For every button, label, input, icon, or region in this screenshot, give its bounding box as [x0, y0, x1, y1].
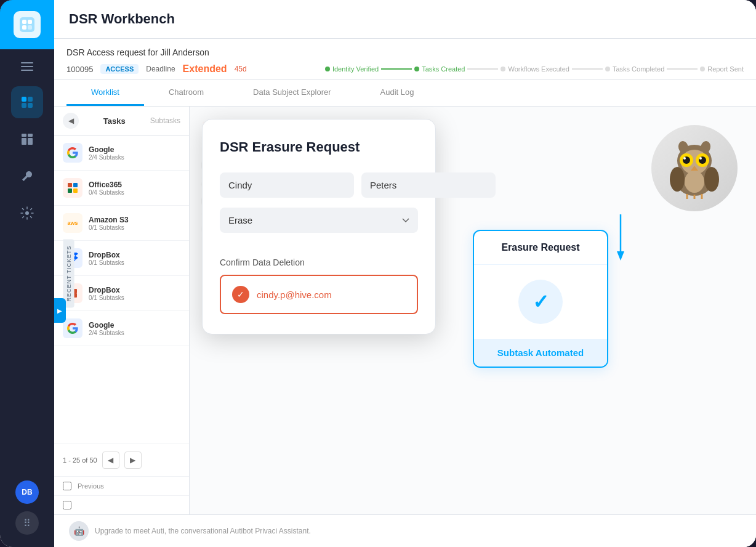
svg-point-16 [25, 211, 29, 215]
nav-item-settings[interactable] [11, 197, 43, 229]
more-options-button[interactable]: ⠿ [15, 511, 39, 535]
google2-logo [63, 318, 82, 338]
dsr-id: 100095 [66, 65, 93, 74]
sidebar: DB ⠿ [0, 0, 54, 547]
svg-rect-6 [21, 66, 33, 67]
task-item-google2[interactable]: Google 2/4 Subtasks [54, 311, 189, 346]
action-select[interactable]: Erase Restrict Delete [220, 208, 418, 233]
svg-rect-14 [22, 138, 26, 145]
access-badge: ACCESS [100, 64, 139, 74]
svg-rect-8 [22, 97, 26, 102]
step-label-3: Workflows Executed [508, 65, 569, 73]
svg-point-34 [683, 157, 686, 160]
svg-rect-7 [21, 70, 33, 71]
main-content: DSR Workbench DSR Access request for Jil… [54, 0, 756, 547]
svg-rect-3 [22, 25, 26, 30]
name-row [220, 172, 418, 198]
owl-svg [664, 137, 725, 199]
svg-rect-10 [22, 103, 26, 108]
expand-left-button[interactable]: ▶ [54, 298, 66, 323]
svg-rect-15 [28, 138, 33, 145]
step-sep-4 [667, 68, 698, 70]
down-arrow-connector [614, 214, 627, 266]
svg-rect-17 [68, 183, 72, 187]
task-item-google1[interactable]: Google 2/4 Subtasks [54, 136, 189, 171]
checkmark-icon: ✓ [533, 290, 549, 314]
task-name-google2: Google [89, 321, 180, 330]
status-check-area: ✓ [474, 265, 607, 339]
tab-chatroom[interactable]: Chatroom [144, 80, 228, 106]
deadline-label: Deadline [146, 65, 175, 73]
app-logo [14, 11, 41, 38]
step-label-2: Tasks Created [422, 65, 465, 73]
deadline-status: Extended [183, 63, 227, 75]
svg-rect-12 [22, 134, 26, 137]
tabs-bar: Worklist Chatroom Data Subject Explorer … [54, 80, 756, 107]
task-subtasks-dropbox1: 0/1 Subtasks [89, 259, 180, 266]
user-avatar[interactable]: DB [15, 480, 39, 504]
step-dot-1 [325, 67, 330, 71]
next-page-button[interactable]: ▶ [124, 452, 142, 469]
svg-rect-2 [28, 20, 32, 24]
svg-rect-11 [28, 103, 33, 108]
progress-steps: Identity Verified Tasks Created Workflow… [325, 65, 744, 73]
step-dot-5 [700, 67, 705, 71]
tab-audit-log[interactable]: Audit Log [356, 80, 439, 106]
dsr-request-title: DSR Access request for Jill Anderson [66, 47, 209, 57]
task-subtasks-google2: 2/4 Subtasks [89, 330, 180, 336]
task-subtasks-dropbox2: 0/1 Subtasks [89, 294, 180, 301]
first-name-input[interactable] [220, 172, 354, 198]
bottom-bar: 🤖 Upgrade to meet Auti, the conversation… [54, 514, 756, 547]
tasks-panel: ◀ Tasks Subtasks Google 2/4 Subtasks [54, 107, 190, 514]
svg-point-39 [685, 171, 704, 193]
step-sep-2 [467, 68, 498, 70]
email-address: cindy.p@hive.com [257, 290, 332, 300]
task-subtasks-google1: 2/4 Subtasks [89, 154, 180, 161]
tasks-back-button[interactable]: ◀ [63, 113, 79, 129]
prev-page-button[interactable]: ◀ [102, 452, 119, 469]
page-title: DSR Workbench [69, 11, 741, 27]
svg-rect-20 [73, 188, 78, 193]
nav-item-home[interactable] [11, 86, 43, 118]
logo-area[interactable] [0, 0, 54, 49]
recent-tickets-tab[interactable]: RECENT TICKETS [63, 239, 74, 307]
task-name-google1: Google [89, 145, 180, 154]
last-name-input[interactable] [361, 172, 496, 198]
page-header: DSR Workbench [54, 0, 756, 39]
select-checkbox-2[interactable] [63, 501, 71, 509]
tab-worklist[interactable]: Worklist [66, 80, 144, 106]
task-item-dropbox1[interactable]: DropBox 0/1 Subtasks [54, 241, 189, 276]
svg-point-38 [704, 167, 719, 192]
auti-avatar: 🤖 [69, 521, 89, 541]
google1-logo [63, 143, 82, 163]
svg-rect-9 [28, 97, 33, 102]
svg-rect-1 [22, 20, 26, 24]
upgrade-message: Upgrade to meet Auti, the conversational… [95, 527, 311, 535]
task-item-office365[interactable]: Office365 0/4 Subtasks [54, 171, 189, 206]
confirm-label: Confirm Data Deletion [220, 257, 418, 267]
erasure-card-title: DSR Erasure Request [220, 139, 418, 155]
svg-rect-18 [73, 183, 78, 187]
select-checkbox-1[interactable] [63, 482, 71, 490]
svg-rect-19 [68, 188, 72, 193]
amazon-logo: aws [63, 213, 82, 233]
status-card-title: Erasure Request [474, 231, 607, 265]
sidebar-nav [11, 86, 43, 480]
task-item-dropbox2[interactable]: DropBox 0/1 Subtasks [54, 276, 189, 311]
step-sep-3 [572, 68, 603, 70]
svg-rect-5 [21, 62, 33, 63]
nav-item-tools[interactable] [11, 160, 43, 192]
checkbox-label-1: Previous [78, 482, 104, 490]
nav-item-dashboard[interactable] [11, 123, 43, 155]
svg-point-35 [699, 157, 702, 160]
pagination-info: 1 - 25 of 50 [63, 456, 97, 464]
tab-data-subject[interactable]: Data Subject Explorer [228, 80, 355, 106]
email-confirmation-box[interactable]: ✓ cindy.p@hive.com [220, 275, 418, 314]
svg-rect-13 [28, 134, 33, 137]
step-sep-1 [381, 68, 412, 70]
task-item-amazon[interactable]: aws Amazon S3 0/1 Subtasks [54, 206, 189, 241]
svg-rect-4 [28, 25, 32, 30]
hamburger-button[interactable] [0, 52, 54, 81]
content-area: ▶ ◀ Tasks Subtasks Google 2/4 Subtasks [54, 107, 756, 514]
step-label-4: Tasks Completed [613, 65, 664, 73]
